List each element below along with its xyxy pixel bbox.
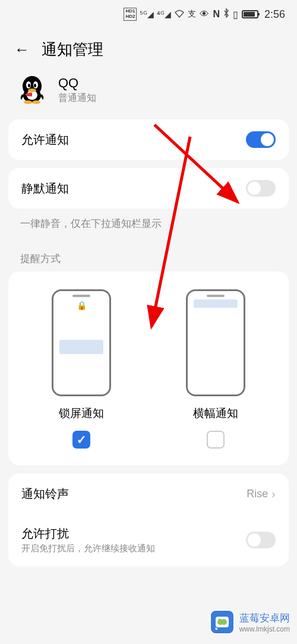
style-section-label: 提醒方式 — [0, 244, 297, 272]
nfc-icon: N — [213, 9, 220, 20]
watermark-name: 蓝莓安卓网 — [239, 611, 290, 625]
page-title: 通知管理 — [42, 39, 103, 60]
banner-preview — [186, 289, 245, 396]
lock-screen-label: 锁屏通知 — [59, 406, 104, 421]
disturb-row[interactable]: 允许打扰 开启免打扰后，允许继续接收通知 — [8, 514, 289, 566]
signal-4g-icon: ⁴ᴳ◢ — [157, 10, 171, 19]
page-header: ← 通知管理 — [0, 29, 297, 71]
style-card: 🔒 锁屏通知 横幅通知 — [8, 272, 289, 465]
sound-row[interactable]: 通知铃声 Rise › — [8, 473, 289, 514]
app-subtitle: 普通通知 — [58, 92, 96, 105]
svg-point-5 — [28, 84, 30, 87]
lock-icon: 🔒 — [57, 301, 106, 310]
svg-point-14 — [221, 619, 227, 625]
disturb-label: 允许打扰 — [21, 526, 155, 542]
silent-card: 静默通知 — [8, 168, 289, 209]
banner-checkbox[interactable] — [207, 431, 225, 449]
disturb-toggle[interactable] — [246, 532, 276, 548]
allow-notify-toggle[interactable] — [246, 131, 276, 148]
hd-indicator: HD1HD2 — [124, 8, 137, 21]
lock-screen-option[interactable]: 🔒 锁屏通知 — [52, 289, 111, 449]
bluetooth-icon — [223, 8, 229, 20]
svg-point-8 — [24, 100, 32, 104]
svg-point-9 — [32, 100, 40, 104]
banner-option[interactable]: 横幅通知 — [186, 289, 245, 449]
status-time: 2:56 — [264, 8, 285, 21]
chevron-right-icon: › — [271, 487, 276, 501]
signal-5g-icon: ⁵ᴳ◢ — [140, 10, 154, 19]
svg-point-6 — [34, 84, 36, 87]
wifi-icon — [174, 10, 185, 20]
vibrate-icon: ▯ — [233, 9, 238, 20]
watermark: 蓝莓安卓网 www.lmkjst.com — [210, 610, 290, 634]
sound-card: 通知铃声 Rise › 允许打扰 开启免打扰后，允许继续接收通知 — [8, 473, 289, 566]
silent-label: 静默通知 — [21, 181, 69, 197]
app-icon-qq — [17, 74, 48, 105]
watermark-url: www.lmkjst.com — [239, 625, 290, 633]
allow-notify-card: 允许通知 — [8, 119, 289, 160]
svg-point-15 — [219, 618, 220, 620]
silent-description: 一律静音，仅在下拉通知栏显示 — [0, 209, 297, 244]
status-bar: HD1HD2 ⁵ᴳ◢ ⁴ᴳ◢ 支 👁 N ▯ 2:56 — [0, 0, 297, 29]
status-icons-left: HD1HD2 ⁵ᴳ◢ ⁴ᴳ◢ 支 — [124, 8, 196, 21]
eye-icon: 👁 — [200, 9, 209, 20]
lock-screen-preview: 🔒 — [52, 289, 111, 396]
lock-screen-checkbox[interactable] — [72, 431, 90, 449]
sound-label: 通知铃声 — [21, 486, 69, 502]
app-info: QQ 普通通知 — [0, 71, 297, 119]
allow-notify-label: 允许通知 — [21, 132, 69, 148]
banner-label: 横幅通知 — [193, 406, 238, 421]
silent-toggle[interactable] — [246, 180, 276, 197]
allow-notify-row[interactable]: 允许通知 — [8, 119, 289, 160]
svg-point-7 — [28, 89, 36, 92]
disturb-sub: 开启免打扰后，允许继续接收通知 — [21, 543, 155, 554]
app-name: QQ — [58, 75, 96, 91]
back-button[interactable]: ← — [14, 40, 30, 59]
watermark-icon — [210, 610, 235, 634]
alipay-icon: 支 — [188, 9, 196, 20]
sound-value: Rise — [247, 488, 268, 500]
silent-row[interactable]: 静默通知 — [8, 168, 289, 209]
battery-icon — [242, 10, 258, 18]
